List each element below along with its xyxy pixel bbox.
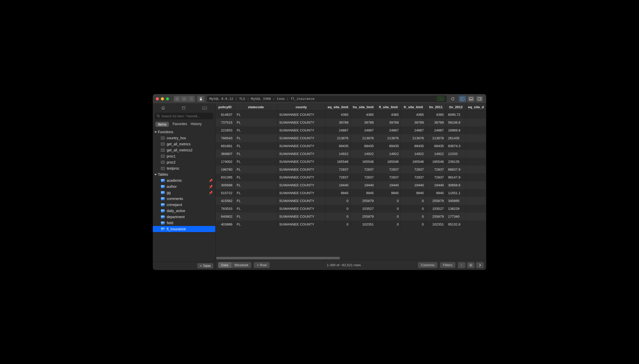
cell[interactable]: 165546 bbox=[426, 158, 446, 166]
cell[interactable]: 19440 bbox=[351, 181, 376, 189]
zoom-window-button[interactable] bbox=[166, 97, 169, 100]
cell[interactable]: 138229 bbox=[446, 205, 466, 213]
sidebar-item-table[interactable]: department bbox=[153, 214, 215, 220]
table-row[interactable]: 788543FLSUWANNEE COUNTY21387621387621387… bbox=[216, 134, 486, 142]
cell[interactable]: SUWANNEE COUNTY bbox=[277, 111, 325, 119]
sidebar-item-table[interactable]: fl_insurance bbox=[153, 226, 215, 232]
sidebar-item-function[interactable]: country_hos bbox=[153, 135, 215, 141]
cell[interactable]: 14922 bbox=[325, 150, 351, 158]
cell[interactable]: 69435 bbox=[376, 142, 401, 150]
cell[interactable]: 72837 bbox=[376, 173, 401, 181]
sidebar-item-table[interactable]: field bbox=[153, 220, 215, 226]
cell[interactable]: SUWANNEE COUNTY bbox=[277, 189, 325, 197]
cell[interactable]: 24867 bbox=[351, 126, 376, 134]
cell[interactable]: 0 bbox=[401, 197, 426, 205]
cell[interactable]: 0 bbox=[376, 213, 401, 220]
cell[interactable] bbox=[466, 150, 486, 158]
table-row[interactable]: 403866FLSUWANNEE COUNTY01023510010235195… bbox=[216, 220, 486, 228]
cell[interactable]: SUWANNEE COUNTY bbox=[277, 197, 325, 205]
table-row[interactable]: 174002FLSUWANNEE COUNTY16554616554616554… bbox=[216, 158, 486, 166]
group-tables[interactable]: Tables bbox=[153, 171, 215, 177]
column-header[interactable]: statecode bbox=[235, 104, 277, 111]
view-structure-button[interactable]: Structure bbox=[231, 262, 251, 268]
column-header[interactable]: fl_site_limit bbox=[376, 104, 401, 111]
cell[interactable]: 153527 bbox=[351, 205, 376, 213]
cell[interactable]: SUWANNEE COUNTY bbox=[277, 173, 325, 181]
cell[interactable] bbox=[466, 119, 486, 126]
table-row[interactable]: 814637FLSUWANNEE COUNTY43654365436543654… bbox=[216, 111, 486, 119]
cell[interactable]: 72837 bbox=[426, 166, 446, 173]
table-row[interactable]: 640802FLSUWANNEE COUNTY02558790025587917… bbox=[216, 213, 486, 220]
cell[interactable]: 86637.9 bbox=[446, 166, 466, 173]
cell[interactable]: FL bbox=[235, 220, 277, 228]
cell[interactable]: 11551.1 bbox=[446, 189, 466, 197]
cell[interactable]: FL bbox=[235, 205, 277, 213]
cell[interactable]: 14922 bbox=[426, 150, 446, 158]
cell[interactable]: 165546 bbox=[401, 158, 426, 166]
cell[interactable]: 72837 bbox=[351, 173, 376, 181]
cell[interactable]: 261435 bbox=[446, 134, 466, 142]
cell[interactable]: SUWANNEE COUNTY bbox=[277, 158, 325, 166]
cell[interactable]: 0 bbox=[401, 220, 426, 228]
cell[interactable]: 98147.9 bbox=[446, 173, 466, 181]
cell[interactable]: 19440 bbox=[376, 181, 401, 189]
cell[interactable]: 814637 bbox=[216, 111, 235, 119]
cell[interactable]: 165546 bbox=[351, 158, 376, 166]
cell[interactable]: SUWANNEE COUNTY bbox=[277, 166, 325, 173]
cell[interactable]: 12333 bbox=[446, 150, 466, 158]
column-header[interactable]: tiv_2012 bbox=[446, 104, 466, 111]
cell[interactable]: 72837 bbox=[325, 166, 351, 173]
data-grid-scroll[interactable]: policyIDstatecodecountyeq_site_limithu_s… bbox=[216, 104, 486, 256]
cell[interactable]: 72837 bbox=[401, 173, 426, 181]
cell[interactable]: 72837 bbox=[426, 173, 446, 181]
cell[interactable]: 788543 bbox=[216, 134, 235, 142]
next-page-button[interactable] bbox=[476, 262, 484, 268]
cell[interactable] bbox=[466, 189, 486, 197]
sidebar-item-function[interactable]: testproc bbox=[153, 165, 215, 171]
sidebar-item-function[interactable]: proc1 bbox=[153, 153, 215, 159]
cell[interactable] bbox=[466, 181, 486, 189]
cell[interactable]: 72837 bbox=[351, 166, 376, 173]
cell[interactable]: 0 bbox=[325, 197, 351, 205]
close-window-button[interactable] bbox=[156, 97, 159, 100]
sidebar-item-table[interactable]: comments bbox=[153, 196, 215, 202]
cell[interactable] bbox=[466, 197, 486, 205]
cell[interactable]: 24867 bbox=[325, 126, 351, 134]
cell[interactable]: 19440 bbox=[401, 181, 426, 189]
cell[interactable]: 9945 bbox=[376, 189, 401, 197]
cell[interactable]: FL bbox=[235, 197, 277, 205]
cell[interactable] bbox=[466, 134, 486, 142]
cell[interactable]: 0 bbox=[376, 205, 401, 213]
sidebar-item-table[interactable]: crimejan4 bbox=[153, 202, 215, 208]
cell[interactable]: 515722 bbox=[216, 189, 235, 197]
sidebar-item-table[interactable]: academic📌 bbox=[153, 177, 215, 184]
database-icon[interactable] bbox=[182, 106, 186, 110]
sql-icon[interactable]: SQL bbox=[202, 106, 207, 110]
cell[interactable] bbox=[466, 205, 486, 213]
column-header[interactable]: policyID bbox=[216, 104, 235, 111]
cell[interactable]: 255879 bbox=[426, 197, 446, 205]
cell[interactable]: 783533 bbox=[216, 205, 235, 213]
cell[interactable]: 58106.6 bbox=[446, 119, 466, 126]
cell[interactable]: SUWANNEE COUNTY bbox=[277, 150, 325, 158]
cell[interactable]: 24867 bbox=[401, 126, 426, 134]
column-header[interactable]: county bbox=[277, 104, 325, 111]
cell[interactable]: 4365 bbox=[376, 111, 401, 119]
cell[interactable]: 213876 bbox=[426, 134, 446, 142]
cell[interactable] bbox=[466, 173, 486, 181]
cell[interactable]: 0 bbox=[325, 220, 351, 228]
cell[interactable]: SUWANNEE COUNTY bbox=[277, 220, 325, 228]
cell[interactable]: 95132.8 bbox=[446, 220, 466, 228]
cell[interactable]: 177340 bbox=[446, 213, 466, 220]
cell[interactable]: SUWANNEE COUNTY bbox=[277, 126, 325, 134]
table-row[interactable]: 737515FLSUWANNEE COUNTY39789397893978939… bbox=[216, 119, 486, 126]
cell[interactable]: 213876 bbox=[351, 134, 376, 142]
cell[interactable]: 415582 bbox=[216, 197, 235, 205]
cell[interactable]: 222653 bbox=[216, 126, 235, 134]
table-row[interactable]: 831395FLSUWANNEE COUNTY72837728377283772… bbox=[216, 173, 486, 181]
cell[interactable]: 691681 bbox=[216, 142, 235, 150]
tab-items[interactable]: Items bbox=[155, 122, 169, 127]
view-data-button[interactable]: Data bbox=[218, 262, 231, 268]
cell[interactable]: 0 bbox=[325, 213, 351, 220]
cell[interactable]: 213876 bbox=[401, 134, 426, 142]
